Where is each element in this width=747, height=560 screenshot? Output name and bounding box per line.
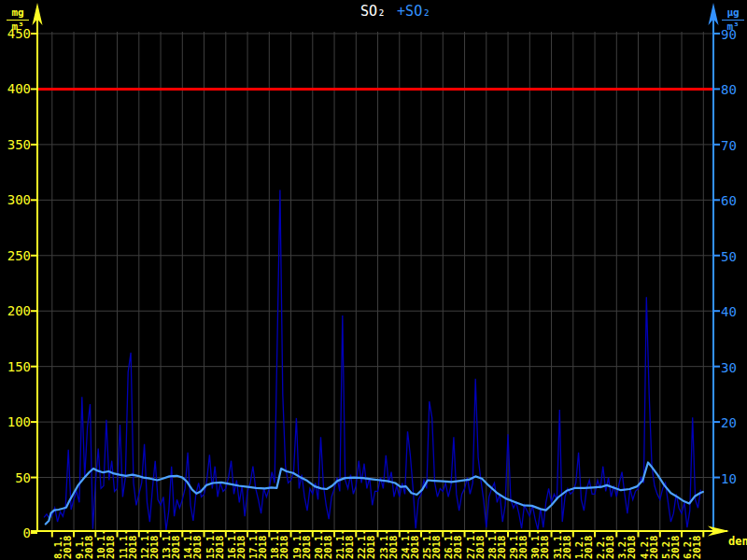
x-date-label: 4.2. 2018 xyxy=(640,536,658,559)
x-date-label: 12.1. 2018 xyxy=(140,529,159,559)
y-right-tick-label: 50 xyxy=(721,250,737,263)
y-right-tick-label: 90 xyxy=(721,28,737,41)
y-left-tick-label: 0 xyxy=(23,526,31,539)
x-date-label: 15.1. 2018 xyxy=(205,529,224,559)
legend-so2-blue: +SO₂ xyxy=(397,3,430,20)
x-date-label: 14.1. 2018 xyxy=(183,529,202,559)
x-date-label: 27.1. 2018 xyxy=(466,529,485,559)
y-right-tick-label: 70 xyxy=(721,139,737,152)
y-right-tick-label: 80 xyxy=(721,83,737,96)
x-date-label: 31.1. 2018 xyxy=(553,529,571,559)
x-date-label: 8.1. 2018 xyxy=(53,536,72,559)
y-left-tick-label: 100 xyxy=(7,415,31,428)
y-left-tick-label: 200 xyxy=(7,304,31,317)
y-left-tick-label: 300 xyxy=(7,193,31,206)
x-date-label: 9.1. 2018 xyxy=(75,536,93,559)
x-date-label: 21.1. 2018 xyxy=(335,529,354,559)
y-right-tick-label: 60 xyxy=(721,194,737,207)
x-date-label: 13.1. 2018 xyxy=(162,529,180,559)
y-right-tick-label: 40 xyxy=(721,305,737,318)
x-date-label: 16.1. 2018 xyxy=(227,529,246,559)
x-date-label: 18.1. 2018 xyxy=(270,529,289,559)
x-axis-unit-label: den xyxy=(728,535,747,548)
y-left-tick-label: 150 xyxy=(7,360,31,373)
x-date-label: 2.2. 2018 xyxy=(596,536,614,559)
y-right-tick-label: 10 xyxy=(721,472,737,485)
x-date-label: 11.1. 2018 xyxy=(119,529,137,559)
y-right-tick-label: 20 xyxy=(721,416,737,429)
y-right-tick-label: 30 xyxy=(721,361,737,374)
y-left-tick-label: 50 xyxy=(15,471,31,484)
y-left-tick-label: 250 xyxy=(7,249,31,262)
y-left-unit-numerator: mg xyxy=(11,7,23,19)
chart-title: SO₂+SO₂ xyxy=(360,3,430,20)
y-left-tick-label: 450 xyxy=(7,27,31,40)
x-date-label: 30.1. 2018 xyxy=(530,529,549,559)
x-date-label: 17.1. 2018 xyxy=(248,529,267,559)
x-date-label: 24.1. 2018 xyxy=(401,529,419,559)
so2-chart: SO₂+SO₂ mg m³ µg m³ den 0501001502002503… xyxy=(0,0,747,560)
x-date-label: 20.1. 2018 xyxy=(314,529,332,559)
plot-canvas xyxy=(0,0,747,560)
x-date-label: 5.2. 2018 xyxy=(661,536,680,559)
x-date-label: 29.1. 2018 xyxy=(509,529,528,559)
x-date-label: 19.1. 2018 xyxy=(292,529,311,559)
x-date-label: 10.1. 2018 xyxy=(96,529,115,559)
x-date-label: 22.1. 2018 xyxy=(357,529,375,559)
x-date-label: 3.2. 2018 xyxy=(617,536,636,559)
y-right-unit-numerator: µg xyxy=(726,7,739,19)
x-date-label: 23.1. 2018 xyxy=(379,529,398,559)
y-left-tick-label: 400 xyxy=(7,82,31,95)
x-date-label: 28.1. 2018 xyxy=(487,529,506,559)
x-date-label: 6.2. 2018 xyxy=(683,536,701,559)
x-date-label: 26.1. 2018 xyxy=(444,529,462,559)
x-date-label: 1.2. 2018 xyxy=(574,536,593,559)
legend-so2-white: SO₂ xyxy=(360,3,386,20)
y-left-tick-label: 350 xyxy=(7,138,31,151)
x-date-label: 25.1. 2018 xyxy=(422,529,441,559)
